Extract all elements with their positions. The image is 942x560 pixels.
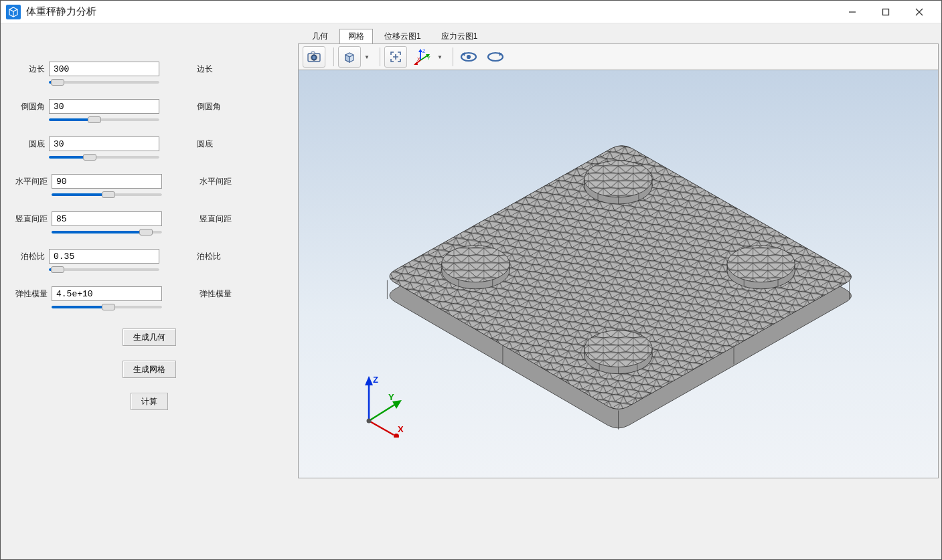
minimize-button[interactable]	[836, 1, 869, 23]
rotate-cw-button[interactable]	[484, 46, 507, 68]
app-title: 体重秤静力分析	[26, 5, 836, 18]
param-sidelabel-base_circle: 圆底	[197, 138, 213, 150]
camera-button[interactable]	[303, 46, 325, 68]
svg-line-40	[369, 421, 394, 435]
param-input-edge_length[interactable]	[49, 62, 159, 76]
svg-rect-7	[311, 52, 315, 54]
param-input-poisson[interactable]	[49, 249, 159, 264]
tab-stress_contour1[interactable]: 应力云图1	[433, 29, 487, 43]
svg-marker-35	[365, 376, 373, 385]
viewer-tabs: 几何网格位移云图1应力云图1	[298, 29, 939, 43]
param-label-v_spacing: 竖直间距	[10, 213, 52, 225]
param-sidelabel-edge_length: 边长	[197, 64, 213, 75]
param-label-base_circle: 圆底	[10, 138, 49, 150]
param-slider-base_circle[interactable]	[49, 156, 159, 159]
svg-text:Z: Z	[422, 49, 426, 54]
svg-text:Z: Z	[373, 375, 378, 385]
rotate-ccw-button[interactable]	[457, 46, 480, 68]
svg-rect-1	[883, 9, 889, 15]
param-input-elastic[interactable]	[52, 286, 162, 301]
param-input-base_circle[interactable]	[49, 136, 159, 151]
axes-triad-button[interactable]: ZYX	[411, 46, 434, 68]
param-label-h_spacing: 水平间距	[10, 176, 52, 187]
param-slider-fillet[interactable]	[49, 118, 159, 121]
param-sidelabel-elastic: 弹性模量	[200, 288, 232, 300]
tab-disp_contour1[interactable]: 位移云图1	[376, 29, 430, 43]
param-slider-v_spacing[interactable]	[52, 231, 162, 234]
svg-text:X: X	[417, 57, 420, 62]
titlebar: 体重秤静力分析	[1, 1, 941, 23]
param-label-poisson: 泊松比	[10, 251, 49, 262]
param-sidelabel-poisson: 泊松比	[197, 251, 221, 262]
viewer-toolbar: ▼ ZYX ▼	[298, 43, 939, 70]
svg-point-24	[584, 161, 653, 197]
viewport-3d[interactable]: Z Y X	[298, 70, 939, 478]
fit-view-button[interactable]	[384, 46, 407, 68]
param-input-fillet[interactable]	[49, 99, 159, 114]
svg-point-27	[442, 246, 510, 282]
svg-point-33	[584, 331, 653, 367]
param-input-v_spacing[interactable]	[52, 211, 162, 226]
param-sidelabel-h_spacing: 水平间距	[200, 176, 232, 187]
param-slider-poisson[interactable]	[49, 268, 159, 271]
viewer-panel: 几何网格位移云图1应力云图1 ▼ ZYX ▼	[298, 26, 939, 557]
parameters-panel: 边长边长倒圆角倒圆角圆底圆底水平间距水平间距竖直间距竖直间距泊松比泊松比弹性模量…	[3, 26, 298, 557]
param-slider-edge_length[interactable]	[49, 81, 159, 84]
svg-line-37	[369, 403, 398, 421]
svg-text:Y: Y	[427, 56, 430, 60]
close-button[interactable]	[902, 1, 936, 23]
generate-geometry-button[interactable]: 生成几何	[123, 329, 176, 346]
param-input-h_spacing[interactable]	[52, 174, 162, 189]
svg-text:Y: Y	[388, 392, 394, 402]
param-label-fillet: 倒圆角	[10, 101, 49, 112]
tab-mesh[interactable]: 网格	[339, 29, 373, 43]
param-slider-elastic[interactable]	[52, 306, 162, 308]
param-slider-h_spacing[interactable]	[52, 193, 162, 196]
param-label-edge_length: 边长	[10, 64, 49, 75]
param-label-elastic: 弹性模量	[10, 288, 52, 300]
app-icon	[6, 5, 21, 19]
svg-marker-13	[414, 62, 418, 65]
svg-point-18	[467, 56, 470, 58]
compute-button[interactable]: 计算	[131, 393, 168, 410]
generate-mesh-button[interactable]: 生成网格	[123, 361, 176, 378]
svg-text:X: X	[398, 424, 404, 434]
tab-geometry[interactable]: 几何	[303, 29, 337, 43]
param-sidelabel-fillet: 倒圆角	[197, 101, 221, 112]
maximize-button[interactable]	[869, 1, 902, 23]
axis-triad: Z Y X	[345, 371, 412, 438]
svg-point-30	[727, 246, 795, 282]
view-cube-dropdown[interactable]: ▼	[362, 54, 372, 60]
view-cube-button[interactable]	[338, 46, 361, 68]
window-controls	[836, 1, 936, 23]
svg-point-43	[367, 419, 372, 424]
param-sidelabel-v_spacing: 竖直间距	[200, 213, 232, 225]
svg-point-6	[313, 56, 316, 60]
axes-dropdown[interactable]: ▼	[435, 54, 445, 60]
